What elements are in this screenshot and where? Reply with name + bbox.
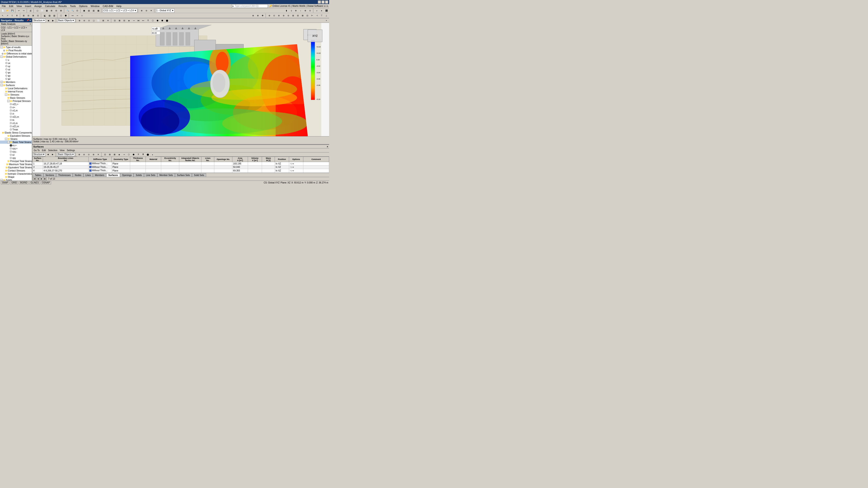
vp-btn-7[interactable]: ✕ <box>106 19 110 23</box>
vp-arrow-left[interactable]: ◀ <box>46 19 51 23</box>
tab-lines[interactable]: Lines <box>84 173 93 177</box>
tb2-r-9[interactable]: ⊡ <box>305 13 310 18</box>
grid-btn[interactable]: GRID <box>10 181 18 184</box>
tb2-13[interactable]: ⬢ <box>64 13 68 18</box>
tree-local-def[interactable]: 📁 Local Deformations <box>0 87 32 90</box>
tree-isotropic[interactable]: 📁 Isotropic Characteristics <box>0 172 32 175</box>
rt-btn-6[interactable]: ⊡ <box>103 153 107 157</box>
nav-cube[interactable]: XYZ <box>308 30 322 42</box>
snap-btn[interactable]: SNAP <box>1 181 9 184</box>
vp-btn-14[interactable]: ⊷ <box>141 19 146 23</box>
menu-cad-bim[interactable]: CAD-BIM <box>101 4 114 8</box>
vp-btn-3[interactable]: ⊙ <box>87 19 91 23</box>
tb-right-6[interactable]: ⊙ <box>308 8 312 13</box>
vp-close[interactable]: × <box>324 19 329 23</box>
table-row[interactable]: 44-9,268,37-58,270Without Thick...Plane6… <box>33 169 329 173</box>
tree-tmax[interactable]: Tmax <box>0 128 32 131</box>
menu-view[interactable]: View <box>15 4 23 8</box>
expand-stresses[interactable]: − <box>5 94 7 96</box>
glines-btn[interactable]: GLINES <box>29 181 40 184</box>
tb-save[interactable]: 💾 <box>10 8 14 13</box>
expand-type-results[interactable]: − <box>0 46 3 48</box>
tb-btn-5[interactable]: ⊟ <box>54 8 59 13</box>
tb-more-2[interactable]: ⊖ <box>144 8 149 13</box>
rt-btn-10[interactable]: ⊸ <box>122 153 126 157</box>
tb2-15[interactable]: ⊸ <box>75 13 80 18</box>
results-selection[interactable]: Selection <box>47 149 58 152</box>
tree-type-results[interactable]: − 📁 Type of results <box>0 46 32 49</box>
tb2-r-12[interactable]: ⊤ <box>319 13 324 18</box>
tb-select-1[interactable]: ▹ <box>315 8 319 13</box>
results-basic-objects-dropdown[interactable]: Basic Objects ▼ <box>57 153 74 156</box>
tb-select-2[interactable]: ▸ <box>319 8 324 13</box>
tree-phix[interactable]: φx <box>0 71 32 74</box>
tb2-r-8[interactable]: ⊠ <box>301 13 305 18</box>
tree-stresses[interactable]: − 📁 Stresses <box>0 93 32 96</box>
tb-btn-4[interactable]: ⊞ <box>49 8 54 13</box>
tree-sigma-z1-m[interactable]: σZ1,m <box>0 115 32 119</box>
navigator-close[interactable]: × <box>30 19 31 22</box>
tb2-r-4[interactable]: ⊜ <box>281 13 286 18</box>
vp-btn-4[interactable]: ◻ <box>92 19 96 23</box>
tb-print[interactable]: 🖨 <box>28 8 33 13</box>
tree-shape[interactable]: 📁 Shape <box>0 175 32 178</box>
tb2-16[interactable]: ⊹ <box>80 13 84 18</box>
table-row[interactable]: 116,17,28,65-47,18Without Thick...Plane1… <box>33 162 329 166</box>
search-box[interactable]: ▶ Type a keyword (Alt+Q) <box>232 4 268 8</box>
vp-btn-18[interactable]: ⬣ <box>160 19 164 23</box>
rt-btn-8[interactable]: ⊠ <box>112 153 117 157</box>
rt-btn-15[interactable]: ⬤ <box>146 153 150 157</box>
tb2-snap-1[interactable]: ⊕ <box>251 13 255 18</box>
vp-btn-12[interactable]: ⊸ <box>131 19 136 23</box>
tb-right-1[interactable]: ⧫ <box>284 8 289 13</box>
tree-diff-initial[interactable]: ⊙ 📁 Differences to initial state <box>0 52 32 55</box>
tree-uz[interactable]: uz <box>0 68 32 71</box>
tab-sections[interactable]: Sections <box>43 173 56 177</box>
tb-undo[interactable]: ↩ <box>17 8 21 13</box>
rt-btn-5[interactable]: ✕ <box>96 153 101 157</box>
vp-btn-6[interactable]: ⊞ <box>101 19 105 23</box>
tree-basic-total[interactable]: − 📁 Basic Total Strains <box>0 140 32 144</box>
rt-btn-1[interactable]: ⊕ <box>77 153 82 157</box>
coord-system-dropdown[interactable]: 1 - Global XYZ ▼ <box>156 8 175 13</box>
basic-objects-dropdown[interactable]: Basic Objects ▼ <box>57 19 75 22</box>
vp-btn-11[interactable]: ◈ <box>127 19 131 23</box>
vp-arrow-right[interactable]: ▶ <box>51 19 55 23</box>
expand-principal[interactable]: − <box>7 100 9 102</box>
tb-view-1[interactable]: ▣ <box>82 8 86 13</box>
tb-select-3[interactable]: ⬛ <box>324 8 329 13</box>
tb2-6[interactable]: ⊟ <box>26 13 31 18</box>
tree-equivalent[interactable]: 📁 Equivalent Stresses <box>0 134 32 137</box>
vp-btn-15[interactable]: ⧖ <box>146 19 150 23</box>
bgrid-btn[interactable]: BGRID <box>19 181 29 184</box>
expand-solids[interactable]: − <box>0 179 3 181</box>
tb2-11[interactable]: ▧ <box>52 13 57 18</box>
results-goto[interactable]: Go To <box>33 149 41 152</box>
tree-sigma-1m[interactable]: σ1,m <box>0 109 32 112</box>
menu-edit[interactable]: Edit <box>8 4 15 8</box>
tab-nodes[interactable]: Nodes <box>73 173 84 177</box>
tb-right-5[interactable]: ⊗ <box>303 8 308 13</box>
tab-tables[interactable]: Tables <box>33 173 43 177</box>
tb2-r-13[interactable]: ⊥ <box>324 13 329 18</box>
menu-tools[interactable]: Tools <box>68 4 77 8</box>
osnap-btn[interactable]: OSNAP <box>41 181 51 184</box>
menu-file[interactable]: File <box>0 4 7 8</box>
vp-btn-10[interactable]: ⊟ <box>122 19 127 23</box>
vp-btn-17[interactable]: ⬢ <box>155 19 160 23</box>
tb2-r-3[interactable]: ⊚ <box>277 13 281 18</box>
tb-btn-2[interactable]: ⬜ <box>40 8 44 13</box>
tree-principal-stresses[interactable]: − 📁 Principal Stresses <box>0 99 32 103</box>
menu-assign[interactable]: Assign <box>33 4 43 8</box>
tab-surface-sets[interactable]: Surface Sets <box>175 173 192 177</box>
tb-zoom-in[interactable]: 🔍 <box>66 8 70 13</box>
rt-btn-2[interactable]: ⊖ <box>82 153 86 157</box>
tb2-8[interactable]: ⊡ <box>36 13 40 18</box>
tree-sigma-minus[interactable]: σ- <box>0 112 32 115</box>
rt-btn-3[interactable]: ⊙ <box>87 153 91 157</box>
tree-eps-x[interactable]: ⚫ εx,+ <box>0 144 32 147</box>
results-structure-dropdown[interactable]: Structure ▼ <box>33 153 45 156</box>
tb2-snap-2[interactable]: ⊕ <box>256 13 260 18</box>
tree-strains[interactable]: − 📁 Strains <box>0 137 32 140</box>
tree-sigma-z1-m2[interactable]: σZ1,m <box>0 125 32 128</box>
